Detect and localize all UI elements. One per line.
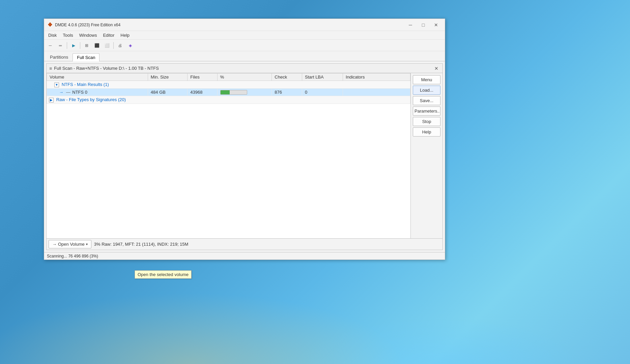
toolbar-btn-7[interactable]: ◈ bbox=[125, 41, 135, 50]
raw-group-row[interactable]: ▶ Raw - File Types by Signatures (20) bbox=[47, 96, 410, 104]
open-volume-dropdown-icon: ▾ bbox=[86, 242, 88, 246]
help-button[interactable]: Help bbox=[413, 127, 440, 136]
toolbar-separator-1 bbox=[67, 42, 67, 49]
progress-bar-fill bbox=[221, 90, 230, 94]
status-bar: Scanning... 76 496 896 (3%) bbox=[44, 252, 445, 260]
ntfs-item-indicators bbox=[343, 89, 410, 96]
minimize-button[interactable]: ─ bbox=[404, 21, 417, 29]
panel-title: Full Scan - Raw+NTFS - Volume D:\ - 1.00… bbox=[54, 66, 433, 71]
panel-menu-icon[interactable]: ≡ bbox=[49, 66, 52, 71]
toolbar-btn-3[interactable]: ⊞ bbox=[82, 41, 91, 50]
results-table: Volume Min. Size Files % Check Start LBA… bbox=[47, 73, 410, 104]
toolbar-btn-6[interactable]: 🖨 bbox=[115, 41, 125, 50]
toolbar-btn-2[interactable]: ═ bbox=[56, 41, 65, 50]
stop-button[interactable]: Stop bbox=[413, 117, 440, 126]
col-check: Check bbox=[272, 73, 302, 81]
tooltip: Open the selected volume bbox=[135, 270, 192, 279]
ntfs-item-name: NTFS 0 bbox=[72, 90, 87, 95]
ntfs-item-size: 484 GB bbox=[148, 89, 187, 96]
title-bar: ❖ DMDE 4.0.6 (2023) Free Edition x64 ─ □… bbox=[44, 19, 445, 31]
title-bar-buttons: ─ □ ✕ bbox=[404, 21, 442, 29]
tab-fullscan[interactable]: Full Scan bbox=[73, 53, 99, 61]
toolbar-separator-2 bbox=[80, 42, 80, 49]
inner-title-bar: ≡ Full Scan - Raw+NTFS - Volume D:\ - 1.… bbox=[47, 64, 442, 73]
menu-windows[interactable]: Windows bbox=[77, 32, 100, 38]
close-button[interactable]: ✕ bbox=[430, 21, 442, 29]
toolbar: ─ ═ ▶ ⊞ ⬛ ⬜ 🖨 ◈ bbox=[44, 40, 445, 51]
row-arrow-icon: → bbox=[59, 90, 63, 95]
toolbar-btn-play[interactable]: ▶ bbox=[69, 41, 78, 50]
tooltip-text: Open the selected volume bbox=[138, 272, 189, 277]
ntfs-collapse-icon[interactable]: ▼ bbox=[54, 83, 59, 87]
load-button[interactable]: Load... bbox=[413, 86, 440, 95]
side-buttons-panel: Menu Load... Save... Parameters.. Stop H… bbox=[410, 73, 442, 238]
menu-disk[interactable]: Disk bbox=[46, 32, 59, 38]
open-volume-arrow-icon: → bbox=[52, 242, 57, 247]
col-volume: Volume bbox=[47, 73, 148, 81]
tab-bar: Partitions Full Scan bbox=[44, 51, 445, 61]
content-area: Volume Min. Size Files % Check Start LBA… bbox=[47, 73, 442, 238]
tab-partitions[interactable]: Partitions bbox=[46, 53, 73, 61]
col-minsize: Min. Size bbox=[148, 73, 187, 81]
ntfs-item-check: 876 bbox=[272, 89, 302, 96]
status-bar-text: Scanning... 76 496 896 (3%) bbox=[47, 254, 98, 259]
menu-tools[interactable]: Tools bbox=[60, 32, 76, 38]
col-indicators: Indicators bbox=[343, 73, 410, 81]
col-percent: % bbox=[217, 73, 272, 81]
toolbar-btn-4[interactable]: ⬛ bbox=[92, 41, 102, 50]
toolbar-separator-3 bbox=[113, 42, 114, 49]
open-volume-button[interactable]: → Open Volume ▾ bbox=[49, 240, 91, 248]
inner-panel: ≡ Full Scan - Raw+NTFS - Volume D:\ - 1.… bbox=[46, 63, 443, 250]
ntfs-item-row[interactable]: → — NTFS 0 484 GB 43968 876 bbox=[47, 89, 410, 96]
menu-bar: Disk Tools Windows Editor Help bbox=[44, 31, 445, 40]
col-startlba: Start LBA bbox=[302, 73, 343, 81]
ntfs-group-label: NTFS - Main Results (1) bbox=[62, 82, 109, 87]
app-window: ❖ DMDE 4.0.6 (2023) Free Edition x64 ─ □… bbox=[44, 19, 445, 260]
menu-button[interactable]: Menu bbox=[413, 75, 440, 84]
table-header-row: Volume Min. Size Files % Check Start LBA… bbox=[47, 73, 410, 81]
open-volume-label: Open Volume bbox=[58, 242, 85, 247]
progress-bar bbox=[220, 90, 247, 95]
menu-editor[interactable]: Editor bbox=[100, 32, 117, 38]
ntfs-group-row[interactable]: ▼ NTFS - Main Results (1) bbox=[47, 81, 410, 89]
col-files: Files bbox=[188, 73, 218, 81]
row-dash-icon: — bbox=[66, 90, 70, 95]
maximize-button[interactable]: □ bbox=[417, 21, 429, 29]
ntfs-item-percent bbox=[217, 89, 272, 96]
app-icon: ❖ bbox=[47, 22, 53, 28]
ntfs-item-lba: 0 bbox=[302, 89, 343, 96]
toolbar-btn-5[interactable]: ⬜ bbox=[102, 41, 112, 50]
scan-status-text: 3% Raw: 1947, MFT: 21 (1114), INDX: 219;… bbox=[94, 242, 189, 247]
window-title: DMDE 4.0.6 (2023) Free Edition x64 bbox=[55, 23, 404, 27]
results-tree: Volume Min. Size Files % Check Start LBA… bbox=[47, 73, 410, 238]
parameters-button[interactable]: Parameters.. bbox=[413, 107, 440, 116]
bottom-bar: → Open Volume ▾ 3% Raw: 1947, MFT: 21 (1… bbox=[47, 238, 442, 250]
raw-expand-icon[interactable]: ▶ bbox=[49, 98, 54, 102]
raw-group-label: Raw - File Types by Signatures (20) bbox=[56, 97, 126, 102]
panel-close-button[interactable]: ✕ bbox=[433, 65, 440, 72]
menu-help[interactable]: Help bbox=[118, 32, 132, 38]
save-button[interactable]: Save... bbox=[413, 96, 440, 105]
ntfs-item-files: 43968 bbox=[188, 89, 218, 96]
toolbar-btn-1[interactable]: ─ bbox=[46, 41, 55, 50]
